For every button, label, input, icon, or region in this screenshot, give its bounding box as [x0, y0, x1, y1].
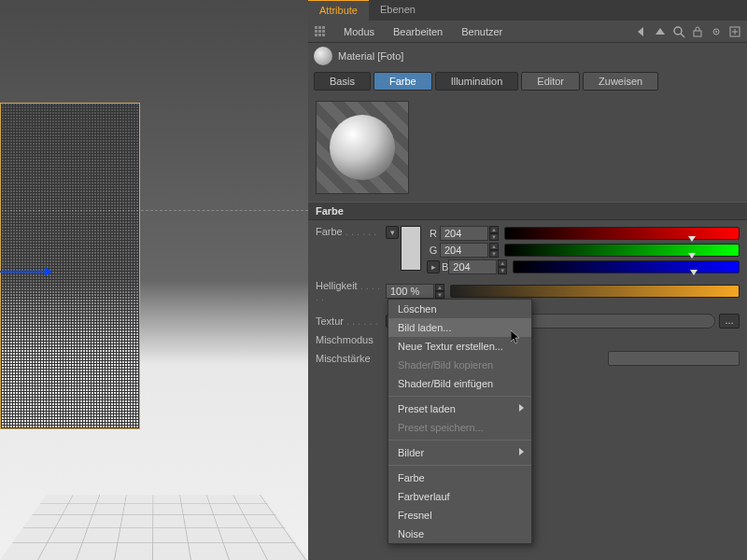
tab-ebenen[interactable]: Ebenen: [369, 0, 427, 21]
menu-bearbeiten[interactable]: Bearbeiten: [384, 26, 452, 37]
svg-rect-7: [318, 34, 321, 36]
material-preview: [308, 93, 747, 202]
spinner-g[interactable]: ▲▼: [489, 243, 499, 258]
label-textur: Textur: [316, 315, 386, 327]
channel-zuweisen[interactable]: Zuweisen: [583, 72, 658, 91]
slider-brightness[interactable]: [450, 285, 740, 298]
spinner-r[interactable]: ▲▼: [489, 226, 499, 241]
section-farbe: Farbe: [308, 202, 747, 220]
nav-back-icon[interactable]: [635, 25, 648, 38]
menu-preset-laden[interactable]: Preset laden: [388, 399, 531, 418]
menu-modus[interactable]: Modus: [334, 26, 384, 37]
channel-farbe[interactable]: Farbe: [374, 72, 432, 91]
material-header: Material [Foto]: [308, 43, 747, 69]
floor-grid: [0, 495, 308, 560]
tab-attribute[interactable]: Attribute: [308, 0, 369, 21]
label-r: R: [427, 228, 440, 239]
textur-context-menu: Löschen Bild laden... Neue Textur erstel…: [388, 299, 532, 544]
menu-shader-kopieren: Shader/Bild kopieren: [388, 356, 531, 374]
svg-line-10: [681, 34, 684, 37]
rgb-mode-toggle[interactable]: ▸: [427, 260, 440, 273]
svg-rect-11: [694, 31, 701, 36]
menu-preset-speichern: Preset speichern...: [388, 418, 531, 437]
dropdown-color-icon[interactable]: ▾: [386, 226, 399, 239]
viewport-3d[interactable]: [0, 0, 308, 560]
new-window-icon[interactable]: [728, 25, 741, 38]
panel-menubar: Modus Bearbeiten Benutzer: [308, 21, 747, 43]
menu-bild-laden[interactable]: Bild laden...: [388, 318, 531, 337]
plane-object[interactable]: [0, 103, 140, 429]
row-farbe: Farbe ▾ R ▲▼ G ▲▼ ▸ B ▲▼: [308, 220, 747, 278]
menu-shader-einfuegen[interactable]: Shader/Bild einfügen: [388, 374, 531, 393]
input-brightness[interactable]: [386, 284, 434, 299]
channel-illumination[interactable]: Illumination: [435, 72, 519, 91]
slider-r[interactable]: [504, 227, 740, 240]
channel-basis[interactable]: Basis: [314, 72, 371, 91]
svg-point-9: [674, 27, 682, 35]
axis-arrow-icon: [45, 267, 52, 276]
textur-browse-button[interactable]: ...: [719, 314, 740, 329]
settings-icon[interactable]: [710, 25, 723, 38]
material-icon: [314, 47, 332, 65]
input-r[interactable]: [440, 226, 488, 241]
svg-rect-4: [318, 30, 321, 33]
axis-x[interactable]: [0, 271, 51, 273]
svg-rect-3: [315, 30, 317, 33]
material-name: Material [Foto]: [338, 50, 403, 62]
mischstaerke-field[interactable]: [608, 351, 740, 366]
channel-editor[interactable]: Editor: [521, 72, 580, 91]
menu-noise[interactable]: Noise: [388, 525, 531, 543]
search-icon[interactable]: [672, 25, 685, 38]
grid-icon[interactable]: [314, 25, 327, 38]
menu-farbverlauf[interactable]: Farbverlauf: [388, 487, 531, 506]
submenu-arrow-icon: [519, 448, 524, 455]
menu-loeschen[interactable]: Löschen: [388, 300, 531, 318]
color-swatch[interactable]: [401, 226, 421, 271]
slider-b[interactable]: [513, 260, 740, 273]
svg-rect-8: [322, 34, 325, 36]
menu-fresnel[interactable]: Fresnel: [388, 506, 531, 525]
spinner-b[interactable]: ▲▼: [498, 259, 507, 274]
menu-separator: [388, 440, 531, 441]
menu-benutzer[interactable]: Benutzer: [452, 26, 512, 37]
svg-rect-6: [315, 34, 317, 36]
menu-farbe[interactable]: Farbe: [388, 469, 531, 487]
label-g: G: [427, 245, 440, 256]
label-farbe: Farbe: [316, 226, 386, 237]
menu-bilder[interactable]: Bilder: [388, 443, 531, 462]
lock-icon[interactable]: [691, 25, 704, 38]
input-b[interactable]: [448, 259, 497, 274]
slider-g[interactable]: [504, 244, 740, 257]
submenu-arrow-icon: [519, 404, 524, 412]
channel-buttons: Basis Farbe Illumination Editor Zuweisen: [308, 69, 747, 93]
label-helligkeit: Helligkeit: [316, 280, 386, 302]
label-mischmodus: Mischmodus: [316, 334, 386, 345]
menu-neue-textur[interactable]: Neue Textur erstellen...: [388, 337, 531, 356]
menu-separator: [388, 465, 531, 466]
spinner-brightness[interactable]: ▲▼: [435, 284, 444, 299]
label-b: B: [442, 261, 448, 273]
svg-rect-0: [315, 26, 317, 29]
preview-thumbnail[interactable]: [316, 101, 409, 194]
label-mischstaerke: Mischstärke: [316, 353, 386, 364]
svg-rect-1: [318, 26, 321, 29]
input-g[interactable]: [440, 243, 488, 258]
svg-rect-2: [322, 26, 325, 29]
preview-sphere-icon: [330, 115, 395, 180]
svg-rect-5: [322, 30, 325, 33]
nav-up-icon[interactable]: [654, 25, 667, 38]
menu-separator: [388, 396, 531, 397]
panel-tabs: Attribute Ebenen: [308, 0, 747, 21]
svg-point-13: [715, 31, 717, 33]
